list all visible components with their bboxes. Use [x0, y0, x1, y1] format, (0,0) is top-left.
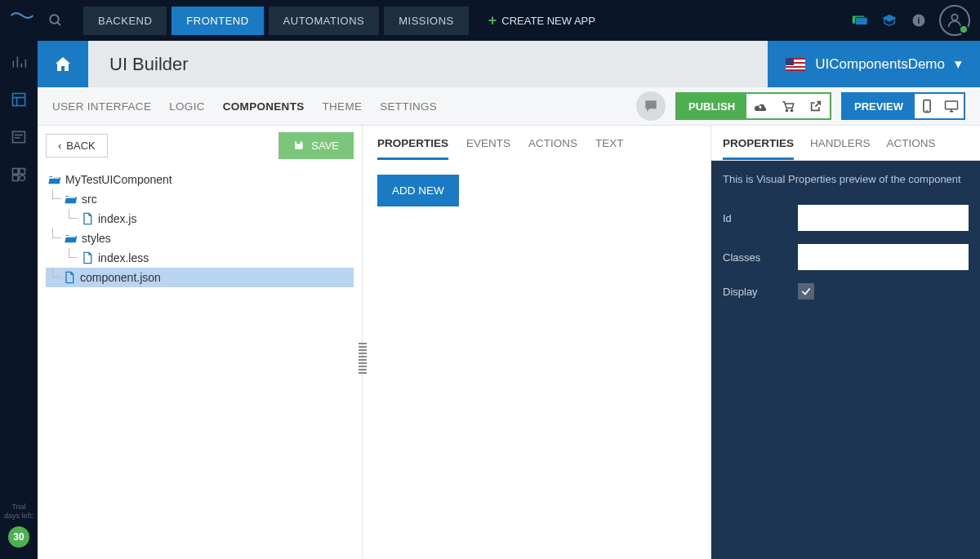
save-icon: [293, 140, 305, 151]
external-link-icon[interactable]: [802, 94, 830, 118]
panel-splitter[interactable]: [359, 343, 367, 375]
mid-tab-properties[interactable]: PROPERTIES: [377, 137, 448, 160]
mid-tab-events[interactable]: EVENTS: [466, 137, 510, 160]
logo: [10, 8, 34, 33]
trial-days-badge[interactable]: 30: [8, 526, 29, 548]
svg-rect-3: [856, 17, 868, 24]
file-icon: [82, 251, 93, 264]
nav-frontend[interactable]: FRONTEND: [172, 7, 263, 35]
svg-point-20: [20, 175, 25, 181]
info-icon[interactable]: i: [910, 11, 928, 29]
status-dot: [959, 24, 969, 34]
tree-component-json[interactable]: component.json: [46, 268, 354, 287]
flag-icon: [786, 58, 805, 71]
classes-input[interactable]: [798, 244, 969, 270]
rail-analytics-icon[interactable]: [7, 51, 30, 73]
rail-layout-icon[interactable]: [7, 88, 30, 111]
nav-automations[interactable]: AUTOMATIONS: [269, 7, 380, 35]
display-label: Display: [723, 286, 788, 298]
folder-open-icon: [64, 233, 77, 244]
tab-logic[interactable]: LOGIC: [169, 100, 205, 113]
rail-component-icon[interactable]: [7, 163, 30, 186]
svg-point-21: [786, 109, 787, 111]
user-avatar[interactable]: [939, 5, 970, 36]
back-button[interactable]: ‹ BACK: [46, 134, 108, 157]
tab-components[interactable]: COMPONENTS: [223, 100, 305, 113]
file-icon: [64, 271, 75, 284]
folder-open-icon: [47, 174, 60, 185]
file-icon: [82, 212, 93, 225]
classes-label: Classes: [723, 251, 788, 264]
svg-text:i: i: [918, 16, 920, 25]
publish-button[interactable]: PUBLISH: [677, 94, 746, 118]
chevron-left-icon: ‹: [58, 140, 61, 152]
preview-button[interactable]: PREVIEW: [843, 94, 915, 118]
learn-icon[interactable]: [880, 11, 898, 29]
rail-form-icon[interactable]: [7, 126, 30, 149]
id-label: Id: [723, 212, 788, 224]
tree-src[interactable]: src: [46, 189, 354, 209]
page-title: UI Builder: [109, 54, 189, 75]
tab-theme[interactable]: THEME: [323, 100, 363, 113]
mid-tab-text[interactable]: TEXT: [595, 137, 624, 160]
tree-index-less[interactable]: index.less: [46, 248, 354, 268]
nav-missions[interactable]: MISSIONS: [384, 7, 469, 35]
plus-icon: +: [488, 12, 497, 29]
mobile-icon[interactable]: [915, 94, 939, 118]
tree-styles[interactable]: styles: [46, 228, 354, 248]
svg-rect-18: [20, 169, 25, 175]
svg-rect-11: [13, 94, 25, 106]
cloud-upload-icon[interactable]: [746, 94, 774, 118]
app-selector[interactable]: UIComponentsDemo ▾: [768, 41, 980, 87]
create-new-app[interactable]: + CREATE NEW APP: [488, 12, 595, 29]
home-button[interactable]: [38, 41, 88, 87]
right-tab-properties[interactable]: PROPERTIES: [723, 137, 794, 160]
svg-point-6: [951, 15, 957, 20]
tree-root[interactable]: MyTestUIComponent: [46, 170, 354, 189]
cart-icon[interactable]: [774, 94, 802, 118]
search-icon[interactable]: [41, 6, 70, 35]
desktop-icon[interactable]: [939, 94, 964, 118]
tab-settings[interactable]: SETTINGS: [380, 100, 437, 113]
id-input[interactable]: [798, 205, 969, 231]
tab-user-interface[interactable]: USER INTERFACE: [52, 100, 151, 113]
svg-rect-19: [13, 175, 19, 181]
nav-backend[interactable]: BACKEND: [83, 7, 167, 35]
billing-icon[interactable]: [851, 11, 869, 29]
properties-description: This is Visual Properties preview of the…: [711, 161, 980, 198]
mid-tab-actions[interactable]: ACTIONS: [528, 137, 577, 160]
right-tab-handlers[interactable]: HANDLERS: [810, 137, 871, 160]
svg-rect-25: [946, 101, 958, 109]
chat-icon[interactable]: [636, 91, 666, 121]
svg-line-1: [57, 22, 60, 25]
svg-point-22: [791, 109, 792, 111]
right-tab-actions[interactable]: ACTIONS: [887, 137, 936, 160]
svg-rect-17: [13, 169, 19, 175]
tree-index-js[interactable]: index.js: [46, 209, 354, 228]
save-button[interactable]: SAVE: [278, 132, 354, 159]
trial-label: Trialdays left:: [4, 503, 33, 521]
chevron-down-icon: ▾: [955, 55, 962, 73]
folder-open-icon: [64, 193, 77, 205]
svg-point-0: [50, 15, 59, 24]
display-checkbox[interactable]: [798, 283, 814, 299]
add-new-button[interactable]: ADD NEW: [377, 175, 459, 206]
